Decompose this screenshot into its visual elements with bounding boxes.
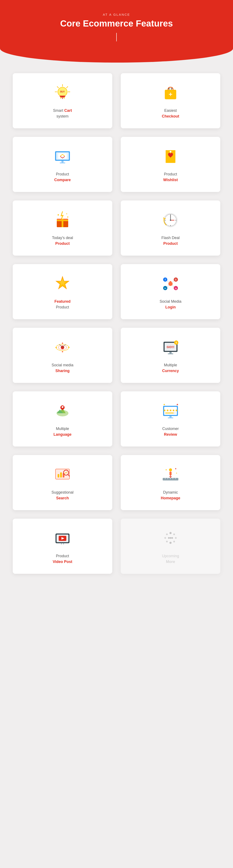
feature-card-suggestional-search: SuggestionalSearch	[13, 455, 112, 510]
featured-product-icon	[52, 273, 73, 294]
product-wishlist-label: ProductWishlist	[163, 172, 178, 183]
product-compare-icon	[52, 146, 73, 167]
feature-card-multiple-language: MultipleLanguage	[13, 391, 112, 446]
svg-point-108	[173, 533, 175, 535]
svg-rect-84	[58, 474, 59, 477]
svg-text:★: ★	[163, 403, 165, 406]
product-video-label: ProductVideo Post	[53, 553, 72, 565]
svg-rect-80	[169, 416, 172, 417]
svg-text:G: G	[175, 279, 177, 281]
feature-card-multiple-currency: GO!!! $ MultipleCurrency	[121, 328, 220, 383]
svg-point-109	[175, 537, 177, 539]
upcoming-more-icon	[160, 528, 181, 549]
svg-text:★: ★	[165, 469, 167, 471]
featured-product-label: FeaturedProduct	[55, 299, 70, 310]
svg-point-58	[62, 351, 63, 352]
svg-text:ig: ig	[175, 287, 177, 289]
customer-review-label: CustomerReview	[162, 426, 179, 437]
social-login-label: Social MediaLogin	[160, 299, 181, 310]
feature-card-dynamic-homepage: ★ ★ ★ DynamicHomepage	[121, 455, 220, 510]
feature-card-social-login: f G in ig Social MediaLogin	[121, 264, 220, 319]
feature-card-smart-cart: BUY Smart Cartsystem	[13, 73, 112, 128]
svg-rect-67	[168, 353, 173, 354]
svg-rect-85	[60, 472, 62, 477]
svg-point-57	[62, 343, 63, 344]
svg-point-113	[164, 537, 166, 539]
svg-rect-25	[57, 220, 68, 221]
smart-cart-icon: BUY	[52, 82, 73, 103]
svg-point-114	[166, 533, 168, 535]
svg-rect-77	[165, 412, 174, 413]
feature-grid: BUY Smart Cartsystem	[0, 63, 233, 584]
multiple-currency-icon: GO!!! $	[160, 337, 181, 358]
feature-card-product-compare: ProductCompare	[13, 137, 112, 192]
social-sharing-icon	[52, 337, 73, 358]
product-wishlist-icon	[160, 146, 181, 167]
feature-card-flash-deal: Flash DealProduct	[121, 200, 220, 256]
svg-rect-89	[163, 478, 178, 480]
svg-rect-81	[168, 417, 173, 418]
svg-point-56	[68, 347, 69, 348]
hero-title: Core Ecommerce Features	[4, 19, 229, 29]
product-video-icon	[52, 528, 73, 549]
svg-point-115	[168, 537, 170, 539]
svg-point-27	[66, 213, 67, 214]
social-login-icon: f G in ig	[160, 273, 181, 294]
svg-text:★: ★	[176, 472, 177, 474]
hero-section: AT A GLANCE Core Ecommerce Features	[0, 0, 233, 63]
upcoming-more-label: UpcomingMore	[162, 553, 179, 565]
svg-point-116	[170, 537, 171, 539]
svg-text:$: $	[176, 342, 177, 344]
svg-text:★: ★	[176, 403, 178, 406]
smart-cart-label: Smart Cartsystem	[53, 108, 72, 119]
feature-card-product-wishlist: ProductWishlist	[121, 137, 220, 192]
svg-point-106	[63, 544, 64, 544]
svg-point-39	[169, 281, 172, 283]
svg-line-3	[67, 87, 68, 88]
suggestional-search-icon	[52, 464, 73, 485]
easiest-checkout-label: EasiestCheckout	[162, 108, 179, 119]
svg-point-111	[169, 542, 172, 544]
dynamic-homepage-icon: ★ ★ ★	[160, 464, 181, 485]
svg-point-26	[58, 214, 59, 216]
easiest-checkout-icon	[160, 82, 181, 103]
svg-text:f: f	[165, 278, 166, 281]
svg-rect-18	[60, 162, 65, 163]
svg-rect-17	[61, 161, 64, 162]
svg-point-110	[173, 541, 175, 542]
svg-rect-66	[169, 352, 172, 353]
feature-card-customer-review: ★★★★★ ★ ★ CustomerReview	[121, 391, 220, 446]
dynamic-homepage-label: DynamicHomepage	[161, 490, 180, 501]
flash-deal-label: Flash DealProduct	[161, 235, 179, 247]
multiple-language-icon	[52, 401, 73, 422]
svg-point-55	[56, 347, 57, 348]
product-compare-label: ProductCompare	[54, 172, 71, 183]
feature-card-featured-product: FeaturedProduct	[13, 264, 112, 319]
feature-card-social-sharing: Social mediaSharing	[13, 328, 112, 383]
svg-text:★★★★★: ★★★★★	[163, 408, 178, 412]
hero-divider	[116, 33, 117, 41]
svg-point-112	[166, 541, 168, 542]
todays-deal-label: Today's dealProduct	[52, 235, 73, 247]
svg-point-107	[169, 532, 172, 534]
svg-point-10	[64, 97, 65, 98]
feature-card-easiest-checkout: EasiestCheckout	[121, 73, 220, 128]
svg-line-50	[167, 285, 169, 287]
feature-card-product-video: ProductVideo Post	[13, 519, 112, 574]
multiple-currency-label: MultipleCurrency	[162, 362, 179, 374]
feature-card-upcoming-more: UpcomingMore	[121, 519, 220, 574]
svg-text:BUY: BUY	[60, 91, 65, 93]
customer-review-icon: ★★★★★ ★ ★	[160, 401, 181, 422]
svg-line-48	[167, 281, 169, 283]
svg-line-49	[172, 281, 174, 283]
svg-point-28	[67, 217, 68, 218]
svg-point-9	[60, 97, 61, 98]
svg-point-117	[171, 537, 173, 539]
multiple-language-label: MultipleLanguage	[54, 426, 71, 437]
feature-card-todays-deal: Today's dealProduct	[13, 200, 112, 256]
svg-text:GO!!!: GO!!!	[167, 345, 174, 349]
todays-deal-icon	[52, 210, 73, 231]
svg-text:in: in	[164, 287, 166, 289]
svg-point-21	[170, 151, 171, 153]
suggestional-search-label: SuggestionalSearch	[52, 490, 73, 501]
